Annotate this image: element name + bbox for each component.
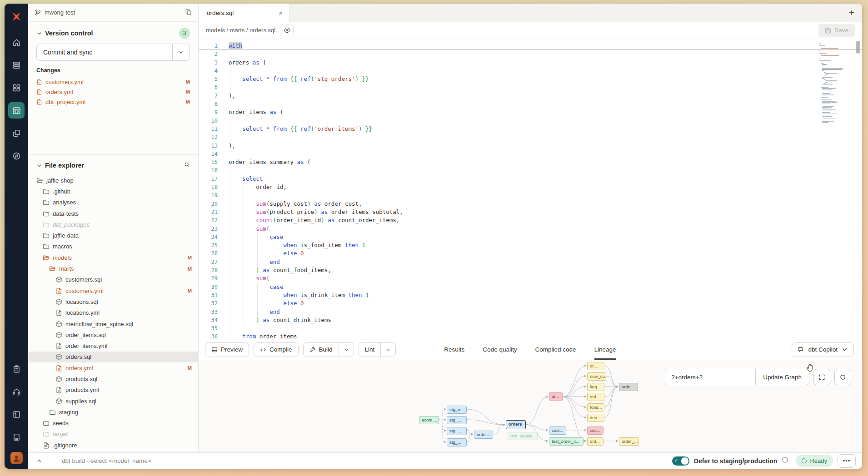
lineage-node-y_new[interactable]: new_cu... <box>587 372 606 381</box>
tree-item-products-sql[interactable]: products.sql <box>28 373 198 384</box>
docs-book-icon[interactable] <box>8 406 25 422</box>
tree-item-locations-sql[interactable]: locations.sql <box>28 296 198 307</box>
line-number: 17 <box>199 175 224 183</box>
develop-windows-icon[interactable] <box>8 125 25 141</box>
update-graph-button[interactable]: Update Graph <box>755 369 809 385</box>
commit-options-chevron[interactable] <box>172 44 190 60</box>
tree-item-dbt-packages[interactable]: dbt_packages <box>28 219 198 230</box>
tree-item--github[interactable]: .github <box>28 186 198 197</box>
tree-item-marts[interactable]: martsM <box>28 263 198 274</box>
commit-and-sync-button[interactable]: Commit and sync <box>36 44 190 61</box>
lineage-node-orders[interactable]: orders <box>506 420 526 429</box>
home-icon[interactable] <box>8 34 25 50</box>
tree-item-jaffle-data[interactable]: jaffle-data <box>28 230 198 241</box>
orchestration-compass-icon[interactable] <box>8 148 25 164</box>
environments-icon[interactable] <box>8 57 25 73</box>
tree-item-analyses[interactable]: analyses <box>28 197 198 208</box>
lineage-node-stg1[interactable]: stg_o... <box>447 406 467 414</box>
lineage-node-stg_ord[interactable]: orde.... <box>474 431 493 439</box>
tree-item-metricflow-time-spine-sql[interactable]: metricflow_time_spine.sql <box>28 318 198 329</box>
copilot-chip-icon[interactable] <box>280 25 294 36</box>
dbt-copilot-button[interactable]: dbt Copilot <box>792 342 854 357</box>
lineage-node-y_or[interactable]: or.... <box>587 362 604 370</box>
info-icon[interactable] <box>782 456 788 465</box>
tree-item-staging[interactable]: staging <box>28 407 198 417</box>
tree-item-customers-yml[interactable]: customers.ymlM <box>28 285 198 296</box>
tree-item-order-items-sql[interactable]: order_items.sql <box>28 329 198 340</box>
lint-dropdown-chevron[interactable] <box>380 343 395 357</box>
clipboard-icon[interactable] <box>8 361 25 377</box>
tree-item-jaffle-shop[interactable]: jaffle-shop <box>28 175 198 186</box>
command-input[interactable]: dbt build --select <model_name> <box>62 457 151 464</box>
lineage-node-y_ord[interactable]: ord... <box>587 393 604 401</box>
user-avatar[interactable] <box>10 452 23 464</box>
lineage-node-ghost[interactable]: test_supply... <box>508 432 538 440</box>
code-editor[interactable]: 1with23orders as (45 select * from {{ re… <box>199 39 862 339</box>
tree-item-customers-sql[interactable]: customers.sql <box>28 274 198 285</box>
lineage-node-y_drin[interactable]: drin... <box>587 414 604 422</box>
chevron-down-icon[interactable] <box>36 30 42 36</box>
collapse-chevron-icon[interactable] <box>31 455 47 467</box>
tab-compiled-code[interactable]: Compiled code <box>535 339 576 360</box>
tree-item-supplies-sql[interactable]: supplies.sql <box>28 396 198 407</box>
minimap-line <box>822 67 837 68</box>
save-button[interactable]: Save <box>818 24 855 37</box>
lineage-node-stg4[interactable]: stg_... <box>447 438 467 446</box>
chevron-down-icon[interactable] <box>36 163 42 169</box>
lineage-node-stg2[interactable]: stg_... <box>447 416 467 424</box>
changed-file-row[interactable]: dbt_project.ymlM <box>36 97 190 107</box>
tree-item-products-yml[interactable]: products.yml <box>28 385 198 396</box>
tree-item-seeds[interactable]: seeds <box>28 418 198 429</box>
new-tab-button[interactable]: + <box>841 4 862 22</box>
build-dropdown-chevron[interactable] <box>339 343 354 357</box>
more-options-button[interactable]: ••• <box>838 454 856 468</box>
tree-item-locations-yml[interactable]: locations.yml <box>28 307 198 318</box>
defer-toggle[interactable]: ✓ <box>672 456 689 466</box>
lineage-node-y_food[interactable]: food... <box>587 403 604 412</box>
tab-orders-sql[interactable]: orders.sql × <box>199 4 289 22</box>
tab-code-quality[interactable]: Code quality <box>483 339 517 360</box>
lineage-node-hub[interactable]: or... <box>549 392 563 401</box>
lineage-node-cus_p[interactable]: cus... <box>587 426 604 435</box>
compile-button[interactable]: Compile <box>254 342 299 357</box>
minimap-line <box>822 106 834 107</box>
lineage-node-stg3[interactable]: stg_... <box>447 427 467 435</box>
refresh-button[interactable] <box>834 369 851 385</box>
tree-item-orders-sql[interactable]: orders.sql <box>28 352 198 362</box>
projects-grid-icon[interactable] <box>8 79 25 96</box>
editor-scrollbar[interactable] <box>856 41 860 54</box>
tree-item-data-tests[interactable]: data-tests <box>28 208 198 219</box>
lint-button[interactable]: Lint <box>359 342 396 357</box>
fullscreen-button[interactable] <box>813 369 830 385</box>
build-button[interactable]: Build <box>303 342 354 357</box>
panel-toolbar: PreviewCompileBuildLint ResultsCode qual… <box>199 339 862 360</box>
support-headset-icon[interactable] <box>8 383 25 400</box>
studio-ide-icon[interactable] <box>8 102 25 119</box>
close-tab-icon[interactable]: × <box>279 9 283 17</box>
branch-name: mwong-test <box>45 9 75 16</box>
changed-file-row[interactable]: customers.ymlM <box>36 77 190 87</box>
changed-file-row[interactable]: orders.ymlM <box>36 87 190 97</box>
tree-item-models[interactable]: modelsM <box>28 252 198 263</box>
tree-item-order-items-yml[interactable]: order_items.yml <box>28 340 198 351</box>
tree-item-orders-yml[interactable]: orders.ymlM <box>28 362 198 373</box>
tree-item-target[interactable]: target <box>28 429 198 440</box>
tab-lineage[interactable]: Lineage <box>594 339 616 360</box>
lineage-selector-input[interactable]: 2+orders+2 <box>665 369 755 385</box>
code-line-28: 28 ) as count_food_items, <box>199 266 862 274</box>
lineage-node-cust[interactable]: cust... <box>549 426 566 435</box>
search-icon[interactable] <box>184 162 190 169</box>
lineage-node-ecom[interactable]: ecom.... <box>419 416 439 424</box>
lineage-node-g_orde[interactable]: orde... <box>619 383 638 391</box>
lineage-node-y_larg[interactable]: larg... <box>587 383 604 391</box>
tab-results[interactable]: Results <box>444 339 464 360</box>
lineage-node-y_orderr[interactable]: order_... <box>619 437 639 446</box>
tree-item-macros[interactable]: macros <box>28 241 198 252</box>
lineage-node-y_ordb[interactable]: ord... <box>587 437 604 446</box>
minimap[interactable] <box>819 43 848 126</box>
lineage-node-t_order[interactable]: test_order_it... <box>549 437 584 446</box>
preview-button[interactable]: Preview <box>205 342 249 357</box>
copy-branch-icon[interactable] <box>185 9 192 17</box>
changelog-kiosk-icon[interactable] <box>8 429 25 445</box>
tree-item--gitignore[interactable]: .gitignore <box>28 440 198 451</box>
